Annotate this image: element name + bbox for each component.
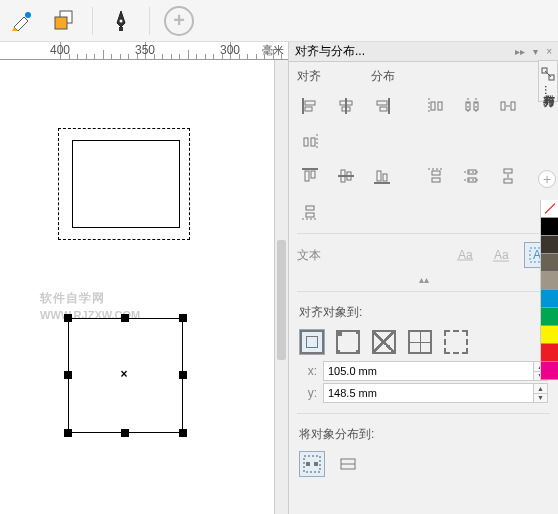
color-swatch[interactable] [541,218,558,236]
tab-align[interactable]: 对齐 [297,68,321,89]
interactive-fill-icon[interactable] [8,7,36,35]
align-icons-row [289,89,558,159]
align-to-objects-icon[interactable] [299,329,325,355]
text-baseline-icon[interactable]: Aa [452,242,478,268]
align-right-icon[interactable] [369,93,395,119]
align-to-label: 对齐对象到: [299,300,548,325]
panel-collapse-icon[interactable]: ▸▸ [515,46,525,57]
distribute-bottom-icon[interactable] [297,199,323,225]
distribute-to-selection-icon[interactable] [299,451,325,477]
svg-rect-30 [305,171,309,181]
x-label: x: [299,364,323,378]
align-to-page-center-icon[interactable] [371,329,397,355]
section-collapse-icon[interactable]: ▴▴ [289,272,558,287]
svg-rect-31 [311,171,315,178]
svg-rect-8 [305,101,315,105]
selection-handle[interactable] [64,371,72,379]
x-coordinate-input[interactable] [323,361,534,381]
color-swatch[interactable] [541,272,558,290]
color-swatch[interactable] [541,308,558,326]
selection-handle[interactable] [64,314,72,322]
selection-handle[interactable] [179,429,187,437]
selection-handle[interactable] [64,429,72,437]
svg-rect-24 [511,102,515,110]
svg-rect-39 [432,171,440,175]
canvas-scrollbar[interactable] [274,60,288,514]
y-coordinate-input[interactable] [323,383,534,403]
y-label: y: [299,386,323,400]
ruler-tick-label: 400 [50,43,70,57]
top-toolbar: + [0,0,558,42]
smart-fill-icon[interactable] [50,7,78,35]
align-to-page-edge-icon[interactable] [335,329,361,355]
panel-titlebar[interactable]: 对齐与分布... ▸▸ ▾ × [289,42,558,62]
svg-rect-50 [306,213,314,217]
color-swatch[interactable] [541,200,558,218]
color-palette [540,200,558,380]
align-distribute-panel: 对齐与分布... ▸▸ ▾ × 对齐 分布 [288,42,558,514]
rectangle-object[interactable] [72,140,180,228]
selection-handle[interactable] [179,314,187,322]
svg-rect-45 [504,169,512,173]
color-swatch[interactable] [541,326,558,344]
svg-rect-18 [438,102,442,110]
expand-panel-button[interactable]: + [538,170,556,188]
canvas[interactable]: 毫米 400350300 软件自学网 WWW.RJZXW.COM × [0,42,288,514]
align-bottom-icon[interactable] [369,163,395,189]
toolbar-separator [149,7,150,35]
color-swatch[interactable] [541,236,558,254]
selection-handle[interactable] [179,371,187,379]
svg-rect-37 [383,174,387,181]
panel-title-text: 对齐与分布... [295,43,365,60]
text-baseline2-icon[interactable]: Aa [488,242,514,268]
svg-rect-40 [432,178,440,182]
selection-handle[interactable] [121,429,129,437]
svg-rect-9 [305,107,312,111]
align-center-v-icon[interactable] [333,163,359,189]
align-left-icon[interactable] [297,93,323,119]
svg-rect-4 [55,17,67,29]
color-swatch[interactable] [541,254,558,272]
distribute-top-icon[interactable] [423,163,449,189]
svg-text:Aa: Aa [494,248,509,262]
align-to-grid-icon[interactable] [407,329,433,355]
ruler-tick-label: 300 [220,43,240,57]
distribute-to-page-icon[interactable] [335,451,361,477]
svg-rect-28 [311,138,315,146]
distribute-right-icon[interactable] [297,129,323,155]
panel-tabs: 对齐 分布 [289,62,558,89]
svg-rect-46 [504,179,512,183]
svg-rect-59 [314,462,318,466]
canvas-area[interactable]: 软件自学网 WWW.RJZXW.COM × [0,60,288,514]
panel-menu-icon[interactable]: ▾ [533,46,538,57]
horizontal-ruler[interactable]: 毫米 400350300 [0,42,288,60]
color-swatch[interactable] [541,344,558,362]
panel-close-icon[interactable]: × [546,46,552,57]
selection-handle[interactable] [121,314,129,322]
align-center-h-icon[interactable] [333,93,359,119]
svg-point-6 [120,19,123,22]
scrollbar-thumb[interactable] [277,240,286,360]
distribute-spacing-v-icon[interactable] [495,163,521,189]
align-icons-row-2 [289,159,558,229]
align-to-point-icon[interactable] [443,329,469,355]
selection-center-icon[interactable]: × [119,369,129,379]
distribute-center-h-icon[interactable] [459,93,485,119]
svg-point-2 [25,12,31,18]
distribute-center-v-icon[interactable] [459,163,485,189]
docked-panel-tab[interactable]: 对齐与分布... [538,60,558,102]
pen-tool-icon[interactable] [107,7,135,35]
svg-rect-49 [306,206,314,210]
color-swatch[interactable] [541,362,558,380]
tab-distribute[interactable]: 分布 [371,68,395,89]
svg-rect-15 [380,107,387,111]
y-spinner[interactable]: ▲▼ [534,383,548,403]
ruler-tick-label: 350 [135,43,155,57]
svg-rect-17 [431,102,435,110]
svg-rect-23 [501,102,505,110]
color-swatch[interactable] [541,290,558,308]
add-tool-button[interactable]: + [164,6,194,36]
align-top-icon[interactable] [297,163,323,189]
distribute-left-icon[interactable] [423,93,449,119]
distribute-spacing-h-icon[interactable] [495,93,521,119]
